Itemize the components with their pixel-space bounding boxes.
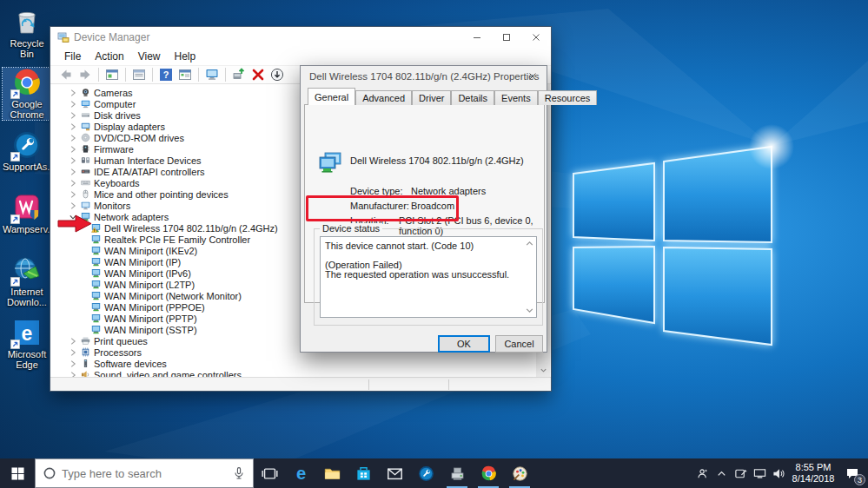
tab-general[interactable]: General: [308, 88, 355, 105]
close-button[interactable]: [521, 27, 551, 48]
scroll-down-icon[interactable]: [536, 364, 550, 377]
supportassist-tb-icon: [418, 465, 434, 482]
chevron-up-icon: [715, 467, 728, 480]
camera-icon: [81, 88, 90, 97]
desktop-icon-internet-download-manager[interactable]: Internet Downlo...: [3, 255, 51, 307]
tray-tablet-pen-button[interactable]: [731, 458, 750, 488]
action-center-button[interactable]: 3: [838, 458, 866, 488]
ok-button[interactable]: OK: [438, 335, 490, 353]
desktop-icon-label: SupportAs...: [3, 162, 51, 172]
taskbar-device-manager-button[interactable]: [441, 458, 473, 488]
taskbar-chrome-button[interactable]: [473, 458, 504, 488]
cancel-button[interactable]: Cancel: [495, 335, 543, 353]
textbox-scroll-up-icon[interactable]: [525, 239, 534, 248]
tab-events[interactable]: Events: [494, 90, 538, 105]
tree-item[interactable]: Software devices: [50, 358, 537, 369]
chevron-right-icon[interactable]: [68, 99, 78, 109]
chevron-right-icon[interactable]: [68, 155, 78, 166]
console-window-icon[interactable]: [105, 68, 119, 82]
svg-text:e: e: [22, 322, 33, 345]
taskbar-task-view-button[interactable]: [254, 458, 285, 488]
tree-item-label: WAN Miniport (SSTP): [104, 325, 197, 335]
dialog-close-button[interactable]: [519, 66, 547, 87]
shortcut-arrow-icon: [10, 214, 20, 224]
desktop-icon-microsoft-edge[interactable]: eMicrosoft Edge: [3, 318, 51, 370]
taskbar-clock[interactable]: 8:55 PM 8/14/2018: [788, 462, 838, 485]
tray-chevron-up-button[interactable]: [712, 458, 731, 488]
tree-item-label: WAN Miniport (IPv6): [104, 268, 191, 279]
network-icon: [91, 313, 101, 323]
scan-hardware-icon[interactable]: [270, 68, 284, 82]
chevron-right-icon[interactable]: [68, 347, 78, 358]
uninstall-icon[interactable]: [251, 68, 265, 82]
chevron-right-icon[interactable]: [68, 88, 78, 98]
update-driver-icon[interactable]: [232, 68, 246, 82]
device-status-label: Device status: [320, 223, 382, 234]
tray-network-tray-button[interactable]: [750, 458, 769, 488]
keyboard-icon: [81, 178, 90, 188]
console-tree-icon[interactable]: [178, 68, 192, 82]
desktop-icon-google-chrome[interactable]: Google Chrome: [3, 68, 51, 120]
tree-item-label: Computer: [94, 99, 136, 109]
taskbar-supportassist-button[interactable]: [410, 458, 441, 488]
help-icon[interactable]: ?: [159, 68, 173, 82]
tab-advanced[interactable]: Advanced: [355, 90, 412, 105]
tab-details[interactable]: Details: [451, 90, 494, 105]
desktop-icon-wampserver[interactable]: Wampserv...: [3, 193, 51, 234]
taskbar-paint-button[interactable]: [504, 458, 535, 488]
chevron-right-icon[interactable]: [68, 110, 78, 121]
window-titlebar[interactable]: Device Manager: [50, 27, 551, 48]
menu-action[interactable]: Action: [88, 50, 130, 63]
textbox-scroll-down-icon[interactable]: [525, 306, 534, 315]
tree-item-label: Mice and other pointing devices: [94, 189, 229, 200]
network-adapter-icon: [317, 150, 343, 176]
network-icon: [91, 291, 101, 300]
remote-monitor-icon[interactable]: [205, 68, 219, 82]
device-status-textbox[interactable]: This device cannot start. (Code 10) (Ope…: [320, 236, 537, 318]
network-icon: [91, 325, 101, 334]
desktop-icon-supportassist[interactable]: SupportAs...: [3, 130, 51, 172]
chevron-right-icon[interactable]: [68, 370, 78, 378]
chevron-right-icon[interactable]: [68, 144, 78, 155]
disk-icon: [81, 110, 90, 120]
minimize-button[interactable]: [462, 27, 492, 48]
taskbar-mail-button[interactable]: [379, 458, 410, 488]
chevron-right-icon[interactable]: [68, 178, 78, 188]
tab-driver[interactable]: Driver: [412, 90, 451, 105]
chevron-right-icon[interactable]: [68, 122, 78, 132]
chevron-right-icon[interactable]: [68, 336, 78, 346]
search-box[interactable]: [35, 458, 254, 488]
menu-file[interactable]: File: [57, 50, 88, 63]
chevron-right-icon[interactable]: [68, 201, 78, 211]
tree-item-label: WAN Miniport (PPTP): [104, 313, 197, 324]
taskbar-apps: e: [254, 458, 535, 488]
search-input[interactable]: [62, 467, 229, 480]
network-icon: [91, 302, 101, 312]
chevron-right-icon[interactable]: [68, 189, 78, 200]
microphone-icon[interactable]: [232, 466, 246, 480]
tree-item[interactable]: Sound, video and game controllers: [50, 369, 537, 377]
svg-text:?: ?: [163, 69, 169, 80]
chevron-right-icon[interactable]: [68, 167, 78, 177]
device-name: Dell Wireless 1704 802.11b/g/n (2.4GHz): [350, 155, 524, 166]
tray-speaker-button[interactable]: [769, 458, 788, 488]
forward-icon[interactable]: [78, 68, 92, 82]
dialog-titlebar[interactable]: Dell Wireless 1704 802.11b/g/n (2.4GHz) …: [301, 66, 547, 87]
chevron-right-icon[interactable]: [68, 133, 78, 143]
tree-item-label: WAN Miniport (L2TP): [104, 280, 195, 290]
menu-view[interactable]: View: [131, 50, 168, 63]
back-icon[interactable]: [59, 68, 73, 82]
desktop-icon-recycle-bin[interactable]: Recycle Bin: [3, 7, 51, 59]
properties-window-icon[interactable]: [132, 68, 146, 82]
taskbar-file-explorer-button[interactable]: [316, 458, 348, 488]
taskbar: e 8:55 PM 8/14/2018 3: [0, 458, 868, 488]
start-button[interactable]: [0, 458, 35, 488]
taskbar-store-button[interactable]: [348, 458, 379, 488]
menu-help[interactable]: Help: [168, 50, 203, 63]
taskbar-edge-button[interactable]: e: [285, 458, 316, 488]
tray-people-button[interactable]: [692, 458, 712, 488]
chevron-right-icon[interactable]: [68, 359, 78, 369]
window-title: Device Manager: [74, 31, 149, 43]
maximize-button[interactable]: [492, 27, 521, 48]
tab-resources[interactable]: Resources: [538, 90, 598, 105]
